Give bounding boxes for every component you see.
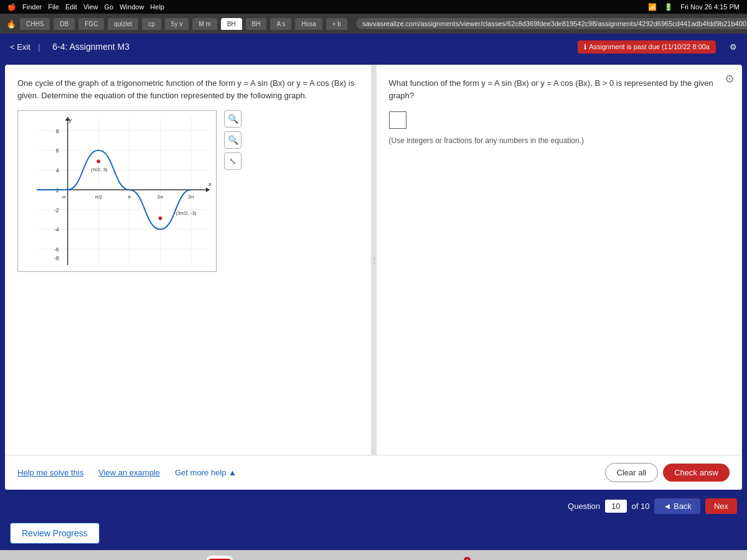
tab-as[interactable]: A s — [270, 18, 291, 30]
left-question-text: One cycle of the graph of a trigonometri… — [17, 77, 359, 101]
review-progress-button[interactable]: Review Progress — [10, 523, 100, 544]
dock-monitor[interactable]: 🖥 — [356, 556, 382, 561]
edit-menu[interactable]: Edit — [65, 3, 77, 11]
tab-m[interactable]: M m — [192, 18, 217, 30]
exit-button[interactable]: < Exit — [10, 42, 31, 52]
svg-text:8: 8 — [56, 128, 59, 134]
tab-fgc[interactable]: FGC — [78, 18, 104, 30]
question-nav: Question 10 of 10 — [568, 500, 649, 513]
file-menu[interactable]: File — [48, 3, 59, 11]
tab-5y[interactable]: 5y v — [165, 18, 189, 30]
svg-text:y: y — [68, 116, 73, 123]
alert-icon: ℹ — [584, 43, 586, 51]
svg-text:4: 4 — [56, 167, 59, 174]
divider-handle: ⋮ — [372, 65, 377, 455]
wifi-icon: 📶 — [648, 3, 657, 11]
question-label: Question — [568, 502, 600, 511]
past-due-text: Assignment is past due (11/10/22 8:00a — [589, 43, 710, 50]
question-total: of 10 — [632, 502, 650, 511]
dock-fonts[interactable]: ✍️ — [604, 556, 631, 561]
tab-plus-b[interactable]: + b — [326, 18, 347, 30]
tab-hosa[interactable]: Hosa — [295, 18, 322, 30]
dock-facetime[interactable]: 📷 — [266, 556, 293, 561]
window-menu[interactable]: Window — [120, 3, 144, 11]
dock-chrome[interactable]: 🟢 — [575, 556, 601, 561]
question-number: 10 — [605, 500, 626, 513]
dock-books[interactable]: 📚 — [476, 556, 502, 561]
past-due-alert: ℹ Assignment is past due (11/10/22 8:00a — [578, 40, 716, 54]
zoom-in-button[interactable]: 🔍 — [224, 110, 242, 128]
finder-label[interactable]: Finder — [22, 3, 42, 11]
dock: 🖥️ 🚀 🌐 🖼️ NOV 26 ⋯ 📷 📝 📊 🖥 🎵 🎙️ 📺 2 📚 🎓 … — [0, 550, 747, 560]
graph-wrapper: 8 6 4 2 -2 -4 -6 -8 y x -π — [17, 110, 217, 274]
dock-terminal[interactable]: 💻 — [634, 556, 660, 561]
get-more-help-link[interactable]: Get more help ▲ — [175, 468, 237, 477]
url-bar[interactable]: savvasrealize.com/assignments/viewer/cla… — [356, 18, 747, 29]
tab-db[interactable]: DB — [54, 18, 75, 30]
expand-button[interactable]: ⤡ — [224, 152, 242, 170]
dock-music[interactable]: 🎵 — [386, 556, 412, 561]
svg-text:π: π — [128, 194, 131, 200]
review-progress-bar: Review Progress — [0, 518, 747, 550]
tab-cp[interactable]: cp — [142, 18, 161, 30]
dock-finder[interactable]: 🖥️ — [87, 556, 113, 561]
svg-text:x: x — [208, 180, 212, 187]
svg-text:3π: 3π — [157, 194, 164, 200]
next-button[interactable]: Nex — [705, 498, 737, 514]
apple-icon[interactable]: 🍎 — [7, 3, 16, 11]
question-left: One cycle of the graph of a trigonometri… — [5, 65, 372, 455]
dock-tv[interactable]: 📺 2 — [446, 556, 472, 561]
go-menu[interactable]: Go — [105, 3, 114, 11]
help-solve-link[interactable]: Help me solve this — [17, 468, 83, 477]
svg-text:-6: -6 — [54, 246, 59, 253]
dock-podcast[interactable]: 🎙️ — [416, 556, 442, 561]
question-body: One cycle of the graph of a trigonometri… — [5, 65, 742, 455]
svg-text:-4: -4 — [54, 226, 59, 233]
tab-chhs[interactable]: CHHS — [20, 18, 50, 30]
svg-text:(3π/2, -3): (3π/2, -3) — [176, 210, 197, 216]
dock-launchpad[interactable]: 🚀 — [117, 556, 143, 561]
top-nav: < Exit | 6-4: Assignment M3 ℹ Assignment… — [0, 34, 747, 60]
graph-svg: 8 6 4 2 -2 -4 -6 -8 y x -π — [17, 110, 217, 272]
tab-bh2[interactable]: BH — [246, 18, 267, 30]
question-right: ⚙ What function of the form y = A sin (B… — [377, 65, 743, 455]
svg-text:-π: -π — [61, 194, 67, 200]
tab-quizlet[interactable]: quizlet — [108, 18, 138, 30]
dock-notes[interactable]: 📝 — [296, 556, 322, 561]
action-buttons: Clear all Check answ — [605, 463, 730, 482]
clear-all-button[interactable]: Clear all — [605, 463, 659, 482]
dock-graduation[interactable]: 🎓 — [505, 556, 532, 561]
svg-text:(π/2, 3): (π/2, 3) — [91, 167, 108, 172]
answer-input[interactable] — [389, 111, 406, 129]
svg-text:-2: -2 — [54, 207, 59, 213]
bottom-controls: Help me solve this View an example Get m… — [5, 455, 742, 490]
svg-point-34 — [158, 217, 162, 220]
time-display: Fri Nov 26 4:15 PM — [680, 3, 740, 11]
assignment-title: 6-4: Assignment M3 — [52, 42, 129, 52]
back-button[interactable]: ◄ Back — [654, 498, 700, 514]
help-menu[interactable]: Help — [150, 3, 164, 11]
browser-tab-bar: 🔥 CHHS DB FGC quizlet cp 5y v M m BH BH … — [0, 14, 747, 34]
dock-photos[interactable]: 🖼️ — [177, 556, 203, 561]
dock-safari[interactable]: 🌐 — [147, 556, 173, 561]
macos-statusbar: 🍎 Finder File Edit View Go Window Help 📶… — [0, 0, 747, 14]
zoom-out-button[interactable]: 🔍 — [224, 131, 242, 149]
question-panel: One cycle of the graph of a trigonometri… — [5, 65, 742, 490]
gear-settings-icon[interactable]: ⚙ — [730, 42, 737, 52]
nav-bar: Question 10 of 10 ◄ Back Nex — [0, 495, 747, 518]
svg-text:π/2: π/2 — [95, 194, 102, 200]
svg-text:-8: -8 — [54, 255, 59, 261]
tab-bh1[interactable]: BH — [221, 18, 242, 30]
battery-icon: 🔋 — [664, 3, 673, 11]
view-example-link[interactable]: View an example — [98, 468, 160, 477]
check-answer-button[interactable]: Check answ — [663, 464, 730, 482]
view-menu[interactable]: View — [83, 3, 98, 11]
svg-point-33 — [96, 159, 100, 163]
dock-settings[interactable]: ⚙️ — [545, 556, 571, 561]
dock-charts[interactable]: 📊 — [326, 556, 352, 561]
settings-icon[interactable]: ⚙ — [725, 72, 735, 86]
right-question-text: What function of the form y = A sin (Bx)… — [389, 77, 730, 101]
svg-text:6: 6 — [56, 147, 59, 154]
dock-apps[interactable]: ⋯ — [237, 556, 263, 561]
dock-calendar[interactable]: NOV 26 — [207, 556, 233, 561]
